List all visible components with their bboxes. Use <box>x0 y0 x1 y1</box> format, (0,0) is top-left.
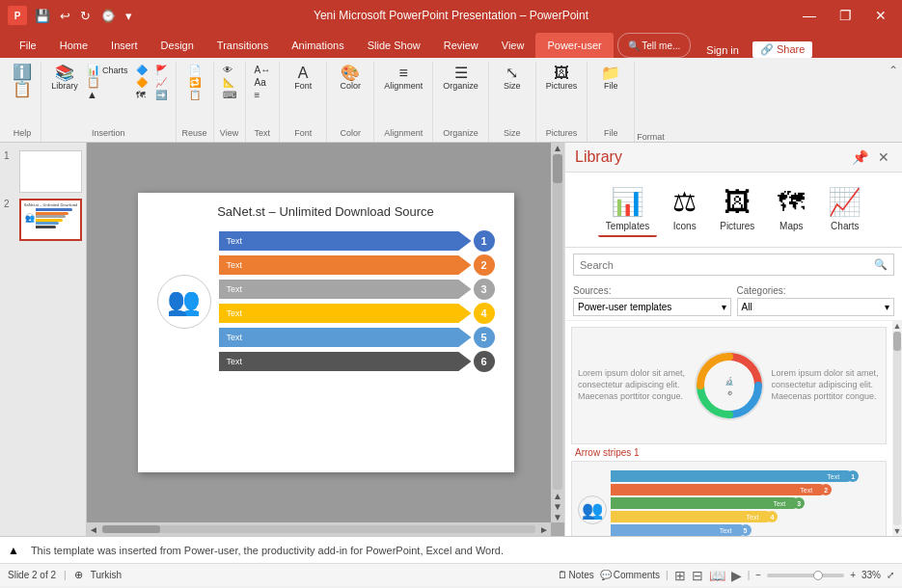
undo-button[interactable]: ↩ <box>56 7 74 25</box>
tab-design[interactable]: Design <box>150 33 205 58</box>
icons-button[interactable]: 🔷 <box>133 64 150 76</box>
view-btn2[interactable]: 📐 <box>220 76 239 89</box>
lib-tab-maps[interactable]: 🗺 Maps <box>770 182 812 237</box>
smartart-button[interactable]: 🔶 <box>133 76 150 89</box>
color-button[interactable]: 🎨 Color <box>333 64 368 93</box>
tab-insert[interactable]: Insert <box>99 33 150 58</box>
customize-qat-button[interactable]: ▾ <box>122 7 136 25</box>
shapes-button[interactable]: ▲ <box>84 89 131 101</box>
map-button[interactable]: 🗺 <box>133 89 150 101</box>
save-button[interactable]: 💾 <box>31 7 54 25</box>
view-btn3[interactable]: ⌨ <box>220 89 239 101</box>
template-item-2[interactable]: 👥 Text 1 Text 2 <box>571 461 887 536</box>
help-button[interactable]: ℹ️ <box>10 64 35 81</box>
hscroll-thumb[interactable] <box>102 525 160 533</box>
tab-tellme[interactable]: 🔍 Tell me... <box>617 33 692 58</box>
organize-button[interactable]: ☰ Organize <box>439 64 482 93</box>
alignment-button[interactable]: ≡ Alignment <box>380 64 426 93</box>
close-button[interactable]: ✕ <box>867 6 894 25</box>
table-button[interactable]: 📋 <box>84 76 131 89</box>
tab-view[interactable]: View <box>490 33 536 58</box>
tab-poweruser[interactable]: Power-user <box>535 33 613 58</box>
lib-tab-icons[interactable]: ⚖ Icons <box>665 182 704 237</box>
tab-slideshow[interactable]: Slide Show <box>356 33 432 58</box>
lib-scroll-down[interactable]: ▼ <box>893 526 902 536</box>
ribbon-group-organize: ☰ Organize Organize <box>433 62 489 142</box>
share-button[interactable]: 🔗 Share <box>752 41 812 58</box>
arrow-button[interactable]: ➡️ <box>152 89 170 101</box>
redo-button[interactable]: ↻ <box>76 7 95 25</box>
reading-view-button[interactable]: 📖 <box>709 568 725 583</box>
funnel-num-2: 2 <box>474 254 495 276</box>
tab-file[interactable]: File <box>8 33 48 58</box>
zoom-slider[interactable] <box>767 574 844 577</box>
font-button[interactable]: A Font <box>286 64 320 93</box>
slide-sorter-button[interactable]: ⊟ <box>692 568 703 583</box>
minimize-button[interactable]: — <box>795 6 824 25</box>
slide-thumb-1[interactable]: 1 <box>4 150 82 193</box>
zoom-in-button[interactable]: + <box>850 570 856 580</box>
text-btn3[interactable]: ≡ <box>252 89 274 101</box>
lib-scroll-up[interactable]: ▲ <box>893 321 902 331</box>
sources-select[interactable]: Power-user templates ▾ <box>573 298 731 316</box>
categories-select[interactable]: All ▾ <box>737 298 895 316</box>
slideshow-button[interactable]: ▶ <box>731 568 742 583</box>
ribbon-group-view-label: View <box>220 126 239 140</box>
library-search: 🔍 <box>573 254 894 276</box>
tab-home[interactable]: Home <box>48 33 99 58</box>
normal-view-button[interactable]: ⊞ <box>674 568 686 583</box>
vscroll-mid2[interactable]: ▼ <box>553 501 562 512</box>
file-button[interactable]: 📁 File <box>593 64 628 93</box>
lib-scroll-thumb[interactable] <box>893 332 901 351</box>
ribbon-group-help: ℹ️ 📋 Help <box>4 62 41 142</box>
slide-preview-1 <box>19 150 82 193</box>
color-label: Color <box>340 81 361 91</box>
search-input[interactable] <box>574 255 868 275</box>
pictures-button[interactable]: 🖼 Pictures <box>542 64 582 93</box>
funnel-bar-6: Text <box>219 352 472 371</box>
slide-thumb-2[interactable]: 2 SaNet.st – Unlimited Download 👥 <box>4 199 82 241</box>
sign-in-button[interactable]: Sign in <box>698 42 747 58</box>
comments-status-button[interactable]: 💬 Comments <box>600 570 660 580</box>
chart-button[interactable]: 📊 Charts <box>84 64 131 76</box>
vscroll-down[interactable]: ▼ <box>553 512 562 522</box>
flag-button[interactable]: 🚩 <box>152 64 170 76</box>
vscroll-mid1[interactable]: ▲ <box>553 491 562 501</box>
insertion-extra-col: 🚩 📈 ➡️ <box>152 64 170 101</box>
vscroll-up[interactable]: ▲ <box>553 143 562 153</box>
zoom-out-button[interactable]: − <box>755 570 761 580</box>
notes-expand-icon[interactable]: ▲ <box>8 544 19 557</box>
vscroll-thumb[interactable] <box>553 154 562 183</box>
template-item-1[interactable]: Lorem ipsum dolor sit amet, consectetur … <box>571 327 887 444</box>
library-pin-button[interactable]: 📌 <box>849 149 871 165</box>
view-col: 👁 📐 ⌨ <box>220 64 239 101</box>
reuse-btn3[interactable]: 📋 <box>186 89 204 101</box>
funnel-bar-2-text: Text <box>227 260 243 270</box>
accessibility-icon[interactable]: ⊕ <box>74 569 83 581</box>
notes-status-button[interactable]: 🗒 Notes <box>558 570 594 580</box>
tab-review[interactable]: Review <box>432 33 490 58</box>
reuse-btn2[interactable]: 🔁 <box>186 76 204 89</box>
view-btn1[interactable]: 👁 <box>220 64 239 76</box>
history-button[interactable]: ⌚ <box>96 7 120 25</box>
lib-tab-pictures[interactable]: 🖼 Pictures <box>712 182 762 237</box>
restore-button[interactable]: ❐ <box>832 6 860 25</box>
tab-transitions[interactable]: Transitions <box>205 33 280 58</box>
template1-left-text: Lorem ipsum dolor sit amet, consectetur … <box>578 368 687 402</box>
hscroll-right[interactable]: ► <box>537 524 551 535</box>
lib-tab-charts[interactable]: 📈 Charts <box>820 182 869 237</box>
text-btn1[interactable]: A↔ <box>252 64 274 76</box>
search-button[interactable]: 🔍 <box>868 254 893 275</box>
bar-chart-button[interactable]: 📈 <box>152 76 170 89</box>
size-button[interactable]: ⤡ Size <box>495 64 530 93</box>
library-close-button[interactable]: ✕ <box>875 149 892 165</box>
fit-slide-button[interactable]: ⤢ <box>887 570 894 580</box>
ribbon-expand-button[interactable]: ⌃ <box>888 64 898 77</box>
lib-tab-templates[interactable]: 📊 Templates <box>598 182 658 237</box>
text-btn2[interactable]: Aa <box>252 76 274 89</box>
reuse-btn1[interactable]: 📄 <box>186 64 204 76</box>
hscroll-left[interactable]: ◄ <box>87 524 100 535</box>
help-sub-button[interactable]: 📋 <box>10 81 35 98</box>
library-button[interactable]: 📚 Library <box>47 64 82 93</box>
tab-animations[interactable]: Animations <box>280 33 355 58</box>
